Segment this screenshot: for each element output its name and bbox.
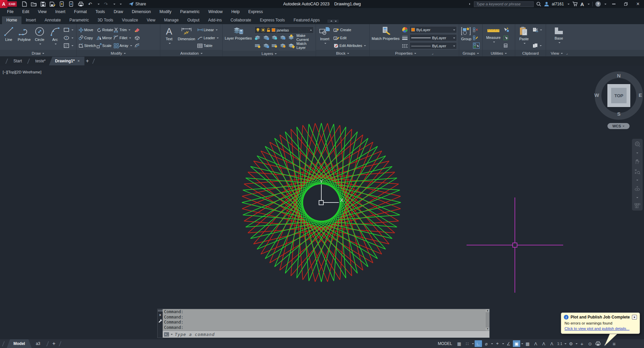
panel-label-clipboard[interactable]: Clipboard [515, 50, 546, 56]
object-snap-toggle[interactable]: ▣ [513, 340, 520, 347]
ellipse-button[interactable] [64, 35, 73, 41]
lineweight-combo[interactable]: ByLayer [410, 34, 457, 41]
ribbon-tab-visualize[interactable]: Visualize [118, 16, 143, 24]
text-dropdown-icon[interactable] [169, 43, 171, 45]
ribbon-tab-express-tools[interactable]: Express Tools [256, 16, 289, 24]
offset-button[interactable] [134, 43, 140, 49]
menu-help[interactable]: Help [227, 9, 244, 14]
stretch-button[interactable]: Stretch [78, 43, 96, 49]
annotation-visibility-toggle[interactable]: Λ [532, 340, 539, 347]
iso-dropdown-icon[interactable] [502, 343, 504, 345]
cut-dropdown-icon[interactable] [540, 30, 542, 32]
command-input-row[interactable]: >_ Type a command [163, 331, 489, 338]
menu-edit[interactable]: Edit [18, 9, 34, 14]
new-drawing-tab-button[interactable]: + [85, 58, 90, 64]
base-button[interactable]: Base [552, 25, 566, 50]
polar-dropdown-icon[interactable] [491, 343, 493, 345]
panel-label-modify[interactable]: Modify [76, 50, 160, 56]
trim-button[interactable]: Trim [114, 27, 132, 33]
layer-lock-row-button[interactable] [280, 43, 286, 48]
snap-mode-toggle[interactable]: ∷ [464, 340, 471, 347]
block-create-button[interactable]: Create [333, 27, 367, 33]
panel-label-utilities[interactable]: Utilities [483, 50, 515, 56]
menu-format[interactable]: Format [70, 9, 91, 14]
leader-button[interactable]: Leader [197, 35, 219, 41]
panel-label-layers[interactable]: Layers [223, 51, 316, 56]
measure-dropdown-icon[interactable] [493, 42, 495, 44]
linear-dimension-button[interactable]: Linear [197, 27, 219, 33]
table-button[interactable]: Table [197, 43, 219, 49]
orbit-icon[interactable] [634, 186, 640, 191]
grid-display-toggle[interactable]: ▦ [455, 340, 463, 347]
annotation-scale-button[interactable]: 1:1 [556, 340, 564, 347]
layout-tab-a3[interactable]: a3 [32, 339, 44, 348]
save-to-web-button[interactable] [68, 1, 74, 7]
menu-tools[interactable]: Tools [91, 9, 109, 14]
hatch-button[interactable] [64, 43, 73, 49]
layer-on-bulb-row-button[interactable] [255, 43, 261, 48]
insert-button[interactable]: Insert [318, 25, 331, 50]
paste-dropdown-icon[interactable] [524, 43, 526, 45]
viewcube-west[interactable]: W [593, 92, 600, 98]
match-properties-button[interactable]: Match Properties [372, 25, 399, 50]
insert-dropdown-icon[interactable] [324, 43, 326, 45]
zoom-extents-icon[interactable] [635, 169, 640, 174]
quick-select-button[interactable] [503, 27, 509, 33]
notification-details-link[interactable]: Click to view plot and publish details..… [565, 327, 630, 331]
erase-button[interactable] [134, 27, 140, 33]
undo-button[interactable]: ↶ [87, 1, 93, 7]
menu-express[interactable]: Express [244, 9, 267, 14]
mirror-button[interactable]: Mirror [97, 35, 113, 41]
menu-modify[interactable]: Modify [155, 9, 176, 14]
polyline-button[interactable]: Polyline [17, 25, 31, 50]
dimension-button[interactable]: Dimension [178, 25, 195, 50]
minimize-button[interactable] [609, 0, 619, 8]
layer-isolate-button[interactable] [263, 35, 269, 40]
menu-parametric[interactable]: Parametric [176, 9, 204, 14]
annotation-scale-flag[interactable]: Λ [548, 340, 555, 347]
viewcube-top-face[interactable]: TOP [607, 84, 630, 107]
make-current-icon[interactable] [288, 35, 294, 40]
menu-insert[interactable]: Insert [51, 9, 70, 14]
redo-dropdown-icon[interactable] [113, 4, 115, 6]
search-icon[interactable] [536, 2, 541, 7]
trim-dropdown-icon[interactable] [128, 30, 130, 32]
linear-dropdown-icon[interactable] [216, 30, 218, 32]
command-close-icon[interactable]: × [159, 313, 161, 317]
ribbon-tab-view[interactable]: View [142, 16, 160, 24]
layer-freeze-button[interactable] [271, 35, 277, 40]
viewcube[interactable]: N W E S TOP WCS [592, 69, 644, 131]
fillet-button[interactable]: Fillet [114, 35, 132, 41]
layer-off-button[interactable] [255, 35, 261, 40]
copy-clip-button[interactable] [533, 43, 542, 49]
doc-tab-start[interactable]: Start [10, 57, 25, 65]
object-snap-tracking-toggle[interactable]: ∠ [505, 340, 512, 347]
autoscale-toggle[interactable]: Λ [540, 340, 547, 347]
doc-tab-close-icon[interactable]: × [77, 59, 80, 63]
viewcube-north[interactable]: N [615, 73, 622, 78]
layer-thaw-sun-icon[interactable] [261, 28, 265, 32]
rectangle-button[interactable] [64, 27, 73, 33]
orbit-dropdown-icon[interactable] [636, 197, 638, 199]
panel-label-annotation[interactable]: Annotation [160, 50, 222, 56]
cut-button[interactable] [533, 27, 542, 33]
autocad-logo[interactable]: A CAD [0, 0, 17, 8]
scale-dropdown-icon[interactable] [565, 343, 567, 345]
arc-dropdown-icon[interactable] [55, 44, 57, 46]
menu-dimension[interactable]: Dimension [127, 9, 155, 14]
ortho-mode-toggle[interactable]: ∟ [475, 340, 482, 347]
restore-button[interactable] [621, 0, 631, 8]
command-prompt[interactable]: >_ [164, 332, 173, 337]
move-button[interactable]: Move [78, 27, 96, 33]
polar-tracking-toggle[interactable]: ⌀ [483, 340, 490, 347]
layer-color-swatch[interactable] [272, 28, 275, 32]
match-layer-icon[interactable] [288, 43, 294, 48]
plot-status-button[interactable] [594, 340, 602, 347]
arc-button[interactable]: Arc [48, 25, 62, 50]
command-input-placeholder[interactable]: Type a command [175, 332, 215, 337]
isometric-drafting-toggle[interactable]: ⌖ [494, 340, 501, 347]
ribbon-tab-collaborate[interactable]: Collaborate [226, 16, 255, 24]
base-dropdown-icon[interactable] [558, 42, 560, 44]
username[interactable]: al7161 [552, 2, 564, 6]
redo-button[interactable]: ↷ [103, 1, 109, 7]
